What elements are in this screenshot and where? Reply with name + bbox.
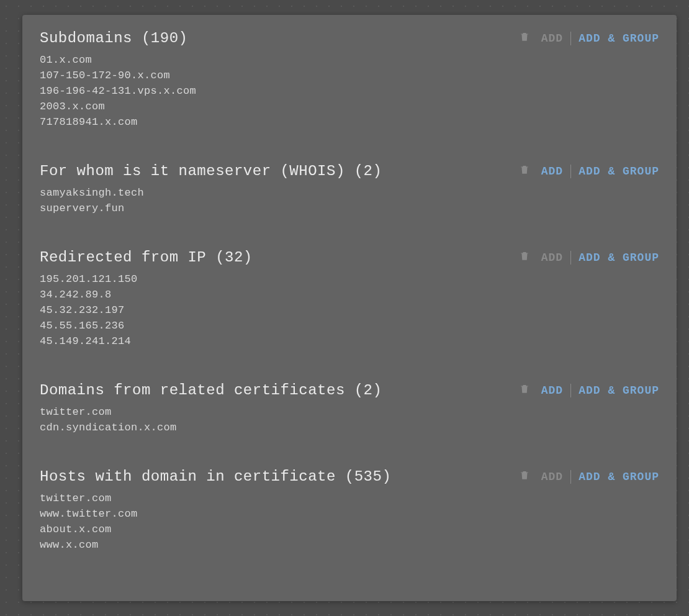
- trash-icon[interactable]: [519, 163, 534, 179]
- section-header: Subdomains (190)ADDADD & GROUP: [40, 30, 659, 47]
- section-items: 01.x.com107-150-172-90.x.com196-196-42-1…: [40, 54, 659, 128]
- section-redirected-from-ip: Redirected from IP (32)ADDADD & GROUP195…: [40, 249, 659, 347]
- section-title-text: Redirected from IP: [40, 249, 206, 266]
- section-count: (32): [206, 249, 253, 266]
- action-divider: [570, 165, 571, 178]
- list-item[interactable]: 34.242.89.8: [40, 289, 659, 301]
- section-items: samyaksingh.techsupervery.fun: [40, 187, 659, 214]
- section-title-text: Domains from related certificates: [40, 382, 345, 399]
- section-title: Hosts with domain in certificate (535): [40, 468, 391, 485]
- list-item[interactable]: 45.55.165.236: [40, 320, 659, 332]
- list-item[interactable]: www.twitter.com: [40, 508, 659, 520]
- add-and-group-button[interactable]: ADD & GROUP: [579, 384, 659, 397]
- add-and-group-button[interactable]: ADD & GROUP: [579, 251, 659, 264]
- section-title: For whom is it nameserver (WHOIS) (2): [40, 163, 382, 179]
- list-item[interactable]: www.x.com: [40, 539, 659, 551]
- list-item[interactable]: 2003.x.com: [40, 101, 659, 112]
- section-header: For whom is it nameserver (WHOIS) (2)ADD…: [40, 163, 659, 179]
- section-items: 195.201.121.15034.242.89.845.32.232.1974…: [40, 273, 659, 347]
- section-header: Hosts with domain in certificate (535)AD…: [40, 468, 659, 485]
- section-title: Subdomains (190): [40, 30, 187, 47]
- list-item[interactable]: 45.32.232.197: [40, 304, 659, 316]
- action-divider: [570, 384, 571, 397]
- list-item[interactable]: supervery.fun: [40, 202, 659, 214]
- add-button[interactable]: ADD: [541, 32, 563, 45]
- trash-icon[interactable]: [519, 469, 534, 484]
- add-and-group-button[interactable]: ADD & GROUP: [579, 32, 659, 45]
- section-related-certificates: Domains from related certificates (2)ADD…: [40, 382, 659, 433]
- add-button[interactable]: ADD: [541, 251, 563, 264]
- section-actions: ADDADD & GROUP: [519, 383, 659, 398]
- section-whois-nameserver: For whom is it nameserver (WHOIS) (2)ADD…: [40, 163, 659, 214]
- list-item[interactable]: 196-196-42-131.vps.x.com: [40, 85, 659, 97]
- list-item[interactable]: samyaksingh.tech: [40, 187, 659, 199]
- section-hosts-domain-certificate: Hosts with domain in certificate (535)AD…: [40, 468, 659, 551]
- action-divider: [570, 32, 571, 45]
- action-divider: [570, 251, 571, 265]
- trash-icon[interactable]: [519, 383, 534, 398]
- list-item[interactable]: 107-150-172-90.x.com: [40, 70, 659, 81]
- section-items: twitter.comcdn.syndication.x.com: [40, 406, 659, 433]
- add-button[interactable]: ADD: [541, 384, 563, 397]
- section-title: Redirected from IP (32): [40, 249, 253, 266]
- add-and-group-button[interactable]: ADD & GROUP: [579, 165, 659, 178]
- section-actions: ADDADD & GROUP: [519, 163, 659, 179]
- section-count: (190): [132, 30, 187, 47]
- list-item[interactable]: 01.x.com: [40, 54, 659, 66]
- section-header: Redirected from IP (32)ADDADD & GROUP: [40, 249, 659, 266]
- section-count: (535): [336, 468, 391, 485]
- section-subdomains: Subdomains (190)ADDADD & GROUP01.x.com10…: [40, 30, 659, 128]
- list-item[interactable]: 195.201.121.150: [40, 273, 659, 285]
- section-count: (2): [345, 382, 382, 399]
- list-item[interactable]: twitter.com: [40, 492, 659, 504]
- action-divider: [570, 470, 571, 484]
- results-panel: Subdomains (190)ADDADD & GROUP01.x.com10…: [22, 15, 677, 601]
- list-item[interactable]: 717818941.x.com: [40, 116, 659, 128]
- trash-icon[interactable]: [519, 30, 534, 46]
- section-title: Domains from related certificates (2): [40, 382, 382, 399]
- add-and-group-button[interactable]: ADD & GROUP: [579, 471, 659, 483]
- trash-icon[interactable]: [519, 250, 534, 265]
- section-title-text: Subdomains: [40, 30, 132, 47]
- section-count: (2): [345, 163, 382, 179]
- add-button[interactable]: ADD: [541, 165, 563, 178]
- section-title-text: Hosts with domain in certificate: [40, 468, 336, 485]
- add-button[interactable]: ADD: [541, 471, 563, 483]
- section-actions: ADDADD & GROUP: [519, 250, 659, 265]
- section-actions: ADDADD & GROUP: [519, 30, 659, 46]
- list-item[interactable]: 45.149.241.214: [40, 335, 659, 347]
- list-item[interactable]: twitter.com: [40, 406, 659, 418]
- section-items: twitter.comwww.twitter.comabout.x.comwww…: [40, 492, 659, 551]
- section-header: Domains from related certificates (2)ADD…: [40, 382, 659, 399]
- section-actions: ADDADD & GROUP: [519, 469, 659, 484]
- section-title-text: For whom is it nameserver (WHOIS): [40, 163, 345, 179]
- list-item[interactable]: about.x.com: [40, 523, 659, 535]
- list-item[interactable]: cdn.syndication.x.com: [40, 422, 659, 433]
